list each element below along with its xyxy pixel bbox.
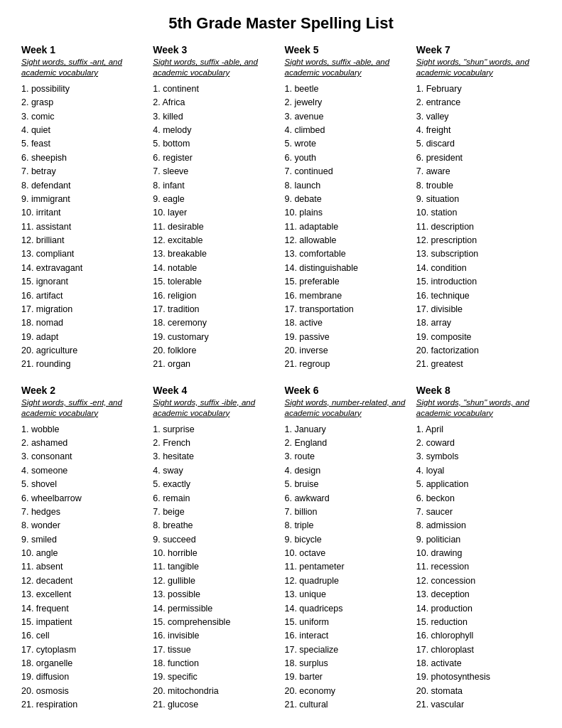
list-item: 19. adapt	[21, 331, 146, 344]
list-item: 6. wheelbarrow	[21, 492, 146, 505]
list-item: 9. eagle	[153, 193, 277, 206]
list-item: 2. England	[285, 437, 409, 450]
list-item: 8. breathe	[153, 519, 277, 532]
list-item: 6. president	[416, 151, 541, 165]
list-item: 11. description	[416, 220, 541, 234]
list-item: 12. prescription	[416, 234, 541, 247]
list-item: 21. vascular	[416, 698, 541, 712]
list-item: 7. continued	[285, 165, 409, 178]
list-item: 10. layer	[153, 206, 277, 220]
list-item: 20. factorization	[416, 344, 541, 358]
list-item: 1. beetle	[285, 82, 409, 96]
list-item: 9. succeed	[153, 533, 277, 547]
list-item: 1. continent	[153, 82, 277, 96]
list-item: 14. production	[416, 602, 541, 616]
list-item: 10. station	[416, 206, 541, 220]
list-item: 18. organelle	[21, 657, 146, 670]
list-item: 15. reduction	[416, 616, 541, 629]
list-item: 5. exactly	[153, 478, 277, 491]
list-item: 19. customary	[153, 331, 277, 344]
list-item: 8. infant	[153, 179, 277, 193]
week-section-week8: Week 8Sight words, "shun" words, and aca…	[416, 385, 541, 712]
list-item: 9. politician	[416, 533, 541, 547]
list-item: 5. wrote	[285, 137, 409, 151]
list-item: 1. January	[285, 423, 409, 437]
list-item: 2. ashamed	[21, 437, 146, 450]
list-item: 20. osmosis	[21, 685, 146, 698]
list-item: 14. condition	[416, 262, 541, 275]
list-item: 1. April	[416, 423, 541, 437]
list-item: 12. concession	[416, 574, 541, 588]
list-item: 13. subscription	[416, 247, 541, 261]
word-list-week2: 1. wobble2. ashamed3. consonant4. someon…	[21, 423, 146, 712]
word-list-week5: 1. beetle2. jewelry3. avenue4. climbed5.…	[285, 82, 409, 372]
list-item: 16. invisible	[153, 629, 277, 643]
list-item: 17. tissue	[153, 643, 277, 657]
list-item: 20. stomata	[416, 685, 541, 698]
list-item: 4. loyal	[416, 464, 541, 478]
list-item: 1. February	[416, 82, 541, 96]
list-item: 2. grasp	[21, 96, 146, 109]
list-item: 12. excitable	[153, 234, 277, 247]
list-item: 13. comfortable	[285, 247, 409, 261]
list-item: 15. impatient	[21, 616, 146, 629]
list-item: 10. irritant	[21, 206, 146, 220]
week-title-week8: Week 8	[416, 385, 541, 396]
list-item: 14. distinguishable	[285, 262, 409, 275]
list-item: 12. brilliant	[21, 234, 146, 247]
list-item: 21. greatest	[416, 358, 541, 371]
list-item: 17. divisible	[416, 303, 541, 316]
list-item: 20. folklore	[153, 344, 277, 358]
list-item: 4. quiet	[21, 124, 146, 137]
list-item: 4. design	[285, 464, 409, 478]
list-item: 2. French	[153, 437, 277, 450]
week-title-week1: Week 1	[21, 44, 146, 55]
word-list-week4: 1. surprise2. French3. hesitate4. sway5.…	[153, 423, 277, 712]
week-title-week5: Week 5	[285, 44, 409, 55]
list-item: 10. drawing	[416, 547, 541, 560]
list-item: 10. horrible	[153, 547, 277, 560]
list-item: 18. activate	[416, 657, 541, 670]
week-title-week4: Week 4	[153, 385, 277, 396]
week-subtitle-week7: Sight words, "shun" words, and academic …	[416, 57, 541, 78]
list-item: 15. uniform	[285, 616, 409, 629]
list-item: 21. rounding	[21, 358, 146, 371]
list-item: 14. extravagant	[21, 262, 146, 275]
list-item: 3. consonant	[21, 450, 146, 464]
list-item: 5. bruise	[285, 478, 409, 491]
list-item: 3. killed	[153, 110, 277, 124]
page-title: 5th Grade Master Spelling List	[21, 14, 541, 33]
list-item: 21. regroup	[285, 358, 409, 371]
list-item: 5. feast	[21, 137, 146, 151]
list-item: 8. admission	[416, 519, 541, 532]
list-item: 17. specialize	[285, 643, 409, 657]
list-item: 11. desirable	[153, 220, 277, 234]
list-item: 19. specific	[153, 670, 277, 684]
list-item: 14. notable	[153, 262, 277, 275]
week-subtitle-week6: Sight words, number-related, and academi…	[285, 397, 409, 419]
week-subtitle-week5: Sight words, suffix -able, and academic …	[285, 57, 409, 78]
word-list-week7: 1. February2. entrance3. valley4. freigh…	[416, 82, 541, 372]
list-item: 13. compliant	[21, 247, 146, 261]
list-item: 18. active	[285, 316, 409, 330]
list-item: 21. glucose	[153, 698, 277, 712]
list-item: 4. someone	[21, 464, 146, 478]
list-item: 11. recession	[416, 560, 541, 574]
list-item: 18. function	[153, 657, 277, 670]
list-item: 12. allowable	[285, 234, 409, 247]
list-item: 9. bicycle	[285, 533, 409, 547]
list-item: 10. angle	[21, 547, 146, 560]
list-item: 6. register	[153, 151, 277, 165]
list-item: 17. migration	[21, 303, 146, 316]
list-item: 19. photosynthesis	[416, 670, 541, 684]
list-item: 16. religion	[153, 289, 277, 303]
week-subtitle-week4: Sight words, suffix -ible, and academic …	[153, 397, 277, 419]
list-item: 19. barter	[285, 670, 409, 684]
list-item: 4. melody	[153, 124, 277, 137]
list-item: 13. possible	[153, 588, 277, 601]
list-item: 19. composite	[416, 331, 541, 344]
list-item: 18. nomad	[21, 316, 146, 330]
list-item: 5. discard	[416, 137, 541, 151]
list-item: 6. beckon	[416, 492, 541, 505]
list-item: 10. plains	[285, 206, 409, 220]
